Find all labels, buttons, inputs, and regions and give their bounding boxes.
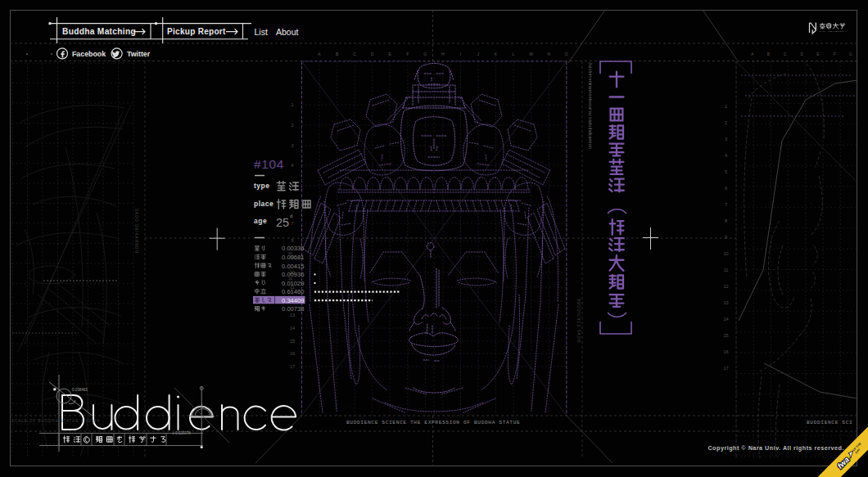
svg-text:7: 7: [725, 202, 727, 207]
svg-text:8: 8: [291, 238, 293, 243]
svg-text:4: 4: [291, 163, 293, 168]
svg-text:14: 14: [723, 317, 728, 322]
svg-text:L: L: [513, 52, 515, 56]
svg-text:2: 2: [725, 120, 727, 125]
svg-text:N: N: [547, 52, 550, 56]
svg-text:7: 7: [291, 221, 293, 226]
svg-text:0.01029: 0.01029: [282, 280, 304, 287]
svg-text:F: F: [406, 52, 409, 56]
svg-text:13: 13: [290, 313, 295, 317]
svg-text:#104: #104: [254, 157, 284, 171]
svg-text:15: 15: [723, 333, 728, 338]
svg-text:10: 10: [288, 251, 292, 255]
svg-text:place: place: [254, 200, 274, 208]
svg-text:O: O: [565, 52, 568, 56]
svg-text:17: 17: [290, 364, 295, 369]
svg-text:17: 17: [723, 366, 728, 371]
svg-text:0.038463: 0.038463: [72, 388, 88, 392]
svg-text:11: 11: [724, 268, 729, 272]
svg-text:16: 16: [290, 351, 295, 356]
svg-text:SCALE OF BUDDHA STATUE 0.0093: SCALE OF BUDDHA STATUE 0.00934: [11, 419, 100, 423]
svg-text:10: 10: [723, 251, 728, 256]
svg-text:2: 2: [291, 123, 293, 128]
svg-text:3: 3: [291, 143, 293, 148]
svg-text:5: 5: [725, 169, 727, 174]
svg-text:1: 1: [725, 104, 727, 109]
svg-text:G: G: [423, 52, 427, 56]
svg-text:D: D: [371, 52, 374, 56]
svg-text:Copyright © Nara Univ. All rig: Copyright © Nara Univ. All rights reserv…: [708, 444, 844, 452]
svg-text:15: 15: [290, 339, 295, 344]
svg-text:13: 13: [723, 300, 728, 305]
svg-text:14: 14: [290, 326, 295, 331]
svg-text:3: 3: [725, 137, 727, 142]
svg-text:age: age: [254, 217, 267, 225]
svg-text:0.00415: 0.00415: [282, 263, 304, 270]
svg-text:0.00936: 0.00936: [282, 271, 304, 278]
svg-text:16: 16: [723, 349, 728, 354]
svg-text:type: type: [254, 182, 269, 190]
svg-text:12: 12: [723, 284, 728, 289]
svg-text:NARA UNIVERSITY: NARA UNIVERSITY: [820, 30, 847, 33]
svg-text:0.00336: 0.00336: [282, 245, 304, 252]
svg-text:10: 10: [288, 277, 292, 281]
svg-text:6: 6: [725, 186, 727, 191]
svg-text:4: 4: [725, 153, 727, 158]
svg-text:0.00738: 0.00738: [282, 305, 304, 313]
svg-text:9: 9: [725, 235, 727, 240]
svg-text:M: M: [530, 52, 533, 56]
svg-text:0.61460: 0.61460: [282, 288, 304, 295]
svg-text:H: H: [441, 52, 445, 56]
svg-text:1: 1: [291, 102, 293, 107]
svg-text:BUDDIENCE SCI: BUDDIENCE SCI: [807, 420, 852, 425]
svg-text:C: C: [353, 52, 356, 56]
svg-text:0.34409: 0.34409: [282, 297, 304, 304]
svg-text:d: d: [290, 214, 292, 218]
svg-text:0.00681: 0.00681: [282, 254, 304, 261]
svg-text:25: 25: [276, 216, 289, 229]
svg-text:I: I: [460, 52, 461, 56]
svg-text:BUDDIENCE SCIENCE THE EXPRESS: BUDDIENCE SCIENCE THE EXPRESSION OF BUDD…: [346, 420, 520, 425]
svg-text:8: 8: [725, 218, 727, 223]
